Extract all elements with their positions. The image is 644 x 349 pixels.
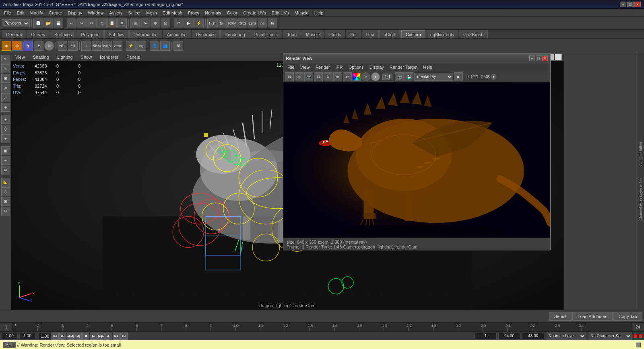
- universal-tool[interactable]: ⊕: [1, 103, 10, 112]
- scale-tool[interactable]: ⤢: [1, 93, 10, 102]
- skull-btn[interactable]: ☠: [44, 41, 54, 51]
- transform-tool[interactable]: ⊞: [1, 74, 10, 83]
- render-btn[interactable]: ▶: [184, 18, 194, 28]
- rrm-icon[interactable]: RRM: [92, 41, 101, 51]
- playback-start-input[interactable]: [475, 333, 497, 339]
- tab-custom[interactable]: Custom: [401, 30, 425, 38]
- tab-rendering[interactable]: Rendering: [220, 30, 250, 38]
- move-tool-btn[interactable]: ↕: [81, 41, 91, 51]
- foli-btn[interactable]: foli: [217, 18, 227, 28]
- snap-point-btn[interactable]: ⊕: [151, 18, 160, 28]
- maximize-button[interactable]: □: [627, 2, 634, 7]
- step-next-btn[interactable]: ⏭: [105, 333, 112, 340]
- open-scene-btn[interactable]: 📂: [43, 18, 53, 28]
- hist-btn[interactable]: Hist: [207, 18, 217, 28]
- render-view-titlebar[interactable]: Render View − □ ×: [283, 53, 550, 63]
- ng-icon[interactable]: ng: [136, 41, 146, 51]
- lasso-tool-btn[interactable]: ◎: [12, 41, 22, 51]
- viewport-area[interactable]: View Shading Lighting Show Renderer Pane…: [11, 53, 564, 310]
- char-set-select[interactable]: No Character Set: [588, 333, 632, 340]
- anim-fps2-input[interactable]: [522, 333, 544, 339]
- arrow-tool[interactable]: ↖: [1, 55, 10, 64]
- shading-menu[interactable]: Shading: [31, 54, 52, 60]
- play-fwd-btn[interactable]: ▶: [90, 333, 97, 340]
- rv-menu-render-target[interactable]: Render Target: [387, 64, 420, 70]
- tab-painteffects[interactable]: PaintEffects: [250, 30, 283, 38]
- attr-editor-tab[interactable]: Attribute Editor: [639, 142, 643, 166]
- rv-minimize[interactable]: −: [529, 55, 535, 61]
- rv-tb-1[interactable]: ⊞: [285, 72, 294, 81]
- menu-normals[interactable]: Normals: [202, 10, 224, 16]
- new-scene-btn[interactable]: 📄: [33, 18, 43, 28]
- rv-menu-options[interactable]: Options: [346, 64, 366, 70]
- lattice-tool[interactable]: ⬡: [1, 125, 10, 133]
- region-select[interactable]: ▣: [1, 146, 10, 155]
- select-button[interactable]: Select: [549, 312, 572, 321]
- menu-mesh[interactable]: Mesh: [144, 10, 159, 16]
- rv-menu-ipr[interactable]: IPR: [333, 64, 345, 70]
- ng-btn[interactable]: ng: [258, 18, 267, 28]
- show-menu[interactable]: Show: [78, 54, 95, 60]
- zero-icon[interactable]: zero: [113, 41, 122, 51]
- rv-snapshot-btn[interactable]: 📷: [395, 72, 404, 81]
- num5-btn[interactable]: 5: [23, 41, 33, 51]
- tab-ncloth[interactable]: nCloth: [379, 30, 401, 38]
- step-prev-btn[interactable]: ◀: [74, 333, 82, 340]
- rv-menu-view[interactable]: View: [298, 64, 312, 70]
- ortho-btn[interactable]: ⊡: [1, 207, 10, 216]
- face-btn[interactable]: 👤: [150, 41, 159, 51]
- tab-general[interactable]: General: [2, 30, 26, 38]
- lighting-menu[interactable]: Lighting: [55, 54, 75, 60]
- anim-fps-input[interactable]: [498, 333, 520, 339]
- rrs-btn[interactable]: RRS: [237, 18, 247, 28]
- menu-color[interactable]: Color: [225, 10, 240, 16]
- menu-muscle[interactable]: Muscle: [292, 10, 311, 16]
- foli-icon[interactable]: foli: [68, 41, 78, 51]
- rotate-tool[interactable]: ↻: [1, 84, 10, 92]
- snap-grid-btn[interactable]: ⊞: [130, 18, 140, 28]
- select-tool-btn[interactable]: ◈: [2, 41, 11, 51]
- copy-tab-button[interactable]: Copy Tab: [613, 312, 642, 321]
- tab-surfaces[interactable]: Surfaces: [50, 30, 76, 38]
- range-start-input[interactable]: [2, 333, 18, 339]
- tab-fluids[interactable]: Fluids: [325, 30, 345, 38]
- soft-mod-tool[interactable]: ◈: [1, 115, 10, 124]
- menu-edit[interactable]: Edit: [14, 10, 27, 16]
- timeline-ruler[interactable]: 1 2 3 4 5 6 7 8 9 10 11 12 13 1: [13, 323, 631, 331]
- save-scene-btn[interactable]: 💾: [54, 18, 63, 28]
- close-button[interactable]: ×: [634, 2, 641, 7]
- face2-btn[interactable]: 👥: [160, 41, 170, 51]
- paste-btn[interactable]: 📋: [107, 18, 117, 28]
- rv-menu-file[interactable]: File: [285, 64, 297, 70]
- tab-animation[interactable]: Animation: [163, 30, 191, 38]
- grid-btn[interactable]: ⊞: [1, 197, 10, 206]
- rv-dot-btn[interactable]: ●: [491, 74, 496, 80]
- paint-select[interactable]: ⊛: [1, 166, 10, 174]
- hi-icon[interactable]: hi: [173, 41, 183, 51]
- renderer-menu[interactable]: Renderer: [97, 54, 121, 60]
- tab-hair[interactable]: Hair: [362, 30, 379, 38]
- rv-menu-render[interactable]: Render: [313, 64, 332, 70]
- view-cube[interactable]: ⬡: [1, 187, 10, 196]
- hi-btn[interactable]: hi: [268, 18, 277, 28]
- skip-to-end-btn[interactable]: ⏮: [113, 333, 120, 340]
- measure-tool[interactable]: 📐: [1, 178, 10, 187]
- menu-display[interactable]: Display: [65, 10, 85, 16]
- tab-gozbrush[interactable]: GoZBrush: [459, 30, 488, 38]
- rv-tb-7[interactable]: ⊛: [343, 72, 352, 81]
- delete-btn[interactable]: ✕: [117, 18, 127, 28]
- skip-to-start-btn[interactable]: ⏮: [52, 333, 59, 340]
- mode-select[interactable]: Polygons Surfaces Dynamics: [2, 19, 30, 27]
- rv-save-btn[interactable]: 💾: [405, 72, 413, 81]
- menu-select[interactable]: Select: [126, 10, 143, 16]
- menu-help[interactable]: Help: [312, 10, 326, 16]
- hist-icon[interactable]: Hist: [58, 41, 67, 51]
- load-attributes-button[interactable]: Load Attributes: [572, 312, 612, 321]
- auto-key-btn[interactable]: ⏭: [120, 333, 128, 340]
- channel-box-tab[interactable]: Channel Box / Layer Editor: [639, 177, 643, 221]
- range-end-input[interactable]: [19, 333, 35, 339]
- tab-curves[interactable]: Curves: [27, 30, 50, 38]
- tab-muscle[interactable]: Muscle: [301, 30, 324, 38]
- panels-menu[interactable]: Panels: [124, 54, 142, 60]
- prev-keyframe-btn[interactable]: ◀◀: [67, 333, 74, 340]
